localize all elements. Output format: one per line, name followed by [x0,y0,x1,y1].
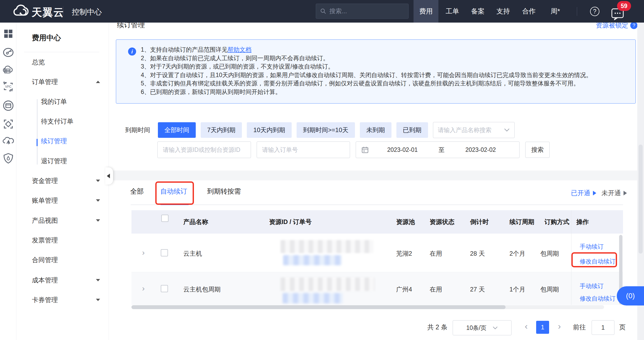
manual-renew-link[interactable]: 手动续订 [580,282,604,290]
elastic-scale-icon[interactable] [2,118,14,130]
sidebar-item-contract-management[interactable]: 合同管理 [16,250,109,270]
triangle-right-icon [624,191,627,195]
row-checkbox[interactable] [161,249,168,256]
sidebar-item-order-management[interactable]: 订单管理 [16,72,109,92]
search-input[interactable] [329,8,404,15]
topbar-menu-tickets[interactable]: 工单 [440,0,465,23]
page-scrollbar-thumb[interactable] [639,145,643,254]
table-header: 产品名称 资源ID / 订单号 资源池 资源状态 倒计时 续订周期 订购方式 操… [131,210,623,234]
cell-status: 在用 [430,249,442,258]
cell-order-type: 包周期 [540,285,559,294]
sidebar-item-coupon-management[interactable]: 卡券管理 [16,290,109,310]
help-icon[interactable]: ? [590,7,599,16]
expiry-time-label: 到期时间 [125,126,150,134]
filter-expired-button[interactable]: 已到期 [396,122,428,138]
date-separator: 至 [436,146,447,154]
notice-line-6: 6、已到期的资源，新续订周期从到期时间开始计算。 [141,88,628,96]
date-range-picker[interactable]: 2023-02-01 至 2023-02-02 [356,141,520,158]
chevron-down-icon [96,279,100,281]
calendar-icon [361,146,369,154]
sidebar-item-unsubscribe-management[interactable]: 退订管理 [16,151,109,171]
chevron-down-icon [96,299,100,301]
sidebar-item-cost-management[interactable]: 成本管理 [16,270,109,290]
opened-link[interactable]: 已开通 [571,189,596,197]
security-shield-icon[interactable] [2,152,14,164]
user-account[interactable]: 周* [543,0,568,23]
topbar-menu-filing[interactable]: 备案 [465,0,490,23]
sidebar-item-bill-management[interactable]: 账单管理 [16,191,109,210]
sidebar-item-renewal-management[interactable]: 续订管理 [16,131,109,151]
prev-page-button[interactable]: ‹ [525,321,528,331]
expand-row-icon[interactable]: › [142,248,145,257]
top-navbar: 天翼云 控制中心 费用 工单 备案 支持 合作 周* ? 59 [0,0,644,23]
page-size-select[interactable]: 10条/页 [453,320,512,335]
sidebar-item-pending-orders[interactable]: 待支付订单 [16,111,109,131]
topbar-divider [63,6,63,16]
cell-product: 云主机 [183,249,202,258]
col-renewal-cycle: 续订周期 [509,218,534,226]
sidebar-item-my-orders[interactable]: 我的订单 [16,92,109,111]
next-page-button[interactable]: › [558,321,561,331]
filter-all-time-button[interactable]: 全部时间 [158,122,196,138]
horizontal-scrollbar-thumb[interactable] [131,305,506,309]
console-window-icon[interactable] [2,100,14,112]
filter-7days-button[interactable]: 7天内到期 [201,122,242,138]
goto-page-input[interactable] [592,320,614,335]
filter-gte10days-button[interactable]: 到期时间>=10天 [297,122,355,138]
resource-id-input[interactable] [157,141,251,158]
current-page-button[interactable]: 1 [536,321,549,334]
expand-row-icon[interactable]: › [142,284,145,293]
select-all-checkbox[interactable] [161,215,169,222]
sidebar-item-product-view[interactable]: 产品视图 [16,210,109,230]
date-start-value[interactable]: 2023-02-01 [369,146,436,153]
product-name-select[interactable]: 请输入产品名称搜索 [433,122,515,138]
redacted-order-link[interactable] [283,255,342,265]
cloud-server-icon[interactable] [2,64,14,76]
locked-resources-link[interactable]: 资源被锁定 ? [596,23,638,30]
notification-badge[interactable]: 59 [617,1,631,11]
manual-renew-link[interactable]: 手动续订 [580,243,604,251]
help-doc-link[interactable]: 帮助文档 [228,46,251,53]
date-end-value[interactable]: 2023-02-02 [447,146,514,153]
not-opened-link[interactable]: 未开通 [601,189,627,197]
order-number-input[interactable] [257,141,350,158]
sidebar-item-invoice-management[interactable]: 发票管理 [16,230,109,250]
topbar-menu-fees[interactable]: 费用 [414,0,438,23]
modify-auto-renew-link[interactable]: 修改自动续订 [580,295,615,303]
search-button[interactable]: 搜索 [525,142,550,158]
vpc-icon[interactable]: VPC [2,81,14,93]
sidebar-item-overview[interactable]: 总览 [16,52,109,72]
col-resource-pool: 资源池 [396,218,415,226]
main-content: 续订管理 资源被锁定 ? i 1、支持自动续订的产品范围详见帮助文档 2、如果在… [109,23,644,340]
monitor-dashboard-icon[interactable] [2,46,14,58]
topbar-menu-support[interactable]: 支持 [491,0,516,23]
chevron-down-icon [504,128,510,132]
tab-expire-to-ondemand[interactable]: 到期转按需 [207,187,241,196]
redacted-order-link[interactable] [283,293,343,303]
apps-grid-icon[interactable] [2,28,14,40]
modify-auto-renew-link[interactable]: 修改自动续订 [580,257,615,266]
topbar-divider-2 [577,7,577,16]
tab-all[interactable]: 全部 [130,187,144,196]
search-filter-row: 2023-02-01 至 2023-02-02 搜索 [157,141,550,158]
question-circle-icon[interactable]: ? [630,23,638,29]
search-icon [320,8,326,15]
sidebar-collapse-handle[interactable] [105,167,113,185]
floating-counter-widget[interactable]: (0) [617,286,644,305]
filter-not-expired-button[interactable]: 未到期 [360,122,391,138]
col-actions: 操作 [576,218,589,226]
cloud-migration-icon[interactable] [2,135,14,147]
topbar-menu-cooperation[interactable]: 合作 [516,0,541,23]
page-unit-label: 页 [619,323,626,331]
notice-box: i 1、支持自动续订的产品范围详见帮助文档 2、如果在自动续订前已完成人工续订，… [116,39,636,104]
topbar-search[interactable] [316,4,409,19]
cell-status: 在用 [430,285,442,294]
row-checkbox[interactable] [161,285,168,292]
filter-10days-button[interactable]: 10天内到期 [247,122,292,138]
console-title[interactable]: 控制中心 [72,7,102,17]
tab-auto-renewal[interactable]: 自动续订 [160,187,187,196]
sidebar-item-funds-management[interactable]: 资金管理 [16,171,109,191]
cell-order-type: 包周期 [540,249,559,258]
chevron-down-icon [493,326,498,330]
cell-cycle: 2个月 [509,249,525,258]
